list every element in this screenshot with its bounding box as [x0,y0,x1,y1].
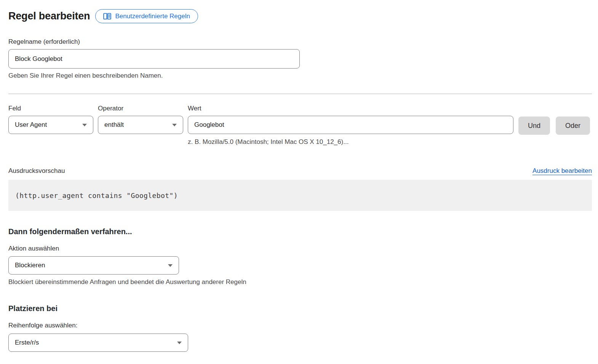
chevron-down-icon [172,124,177,126]
edit-rule-page: Regel bearbeiten Benutzerdefinierte Rege… [0,0,598,352]
and-button[interactable]: Und [518,117,550,135]
expression-preview-label: Ausdrucksvorschau [8,167,65,175]
custom-rules-badge-button[interactable]: Benutzerdefinierte Regeln [95,9,198,23]
placement-select-value: Erste/r/s [15,339,39,346]
action-select-value: Blockieren [15,262,45,269]
field-label: Feld [8,105,93,112]
or-button[interactable]: Oder [556,117,590,135]
action-select[interactable]: Blockieren [8,256,179,275]
section-divider [8,94,592,94]
rule-name-input[interactable] [8,49,300,69]
logic-buttons: Und Oder [518,117,590,135]
value-helper: z. B. Mozilla/5.0 (Macintosh; Intel Mac … [188,138,513,146]
placement-section-heading: Platzieren bei [8,304,592,313]
operator-select[interactable]: enthält [98,116,183,134]
field-column: Feld User Agent [8,105,93,134]
field-select[interactable]: User Agent [8,116,93,134]
action-section-heading: Dann folgendermaßen verfahren... [8,227,592,236]
expression-preview-box: (http.user_agent contains "Googlebot") [8,180,592,211]
chevron-down-icon [177,342,182,344]
chevron-down-icon [168,264,173,267]
page-title: Regel bearbeiten [8,10,90,22]
expression-code: (http.user_agent contains "Googlebot") [15,192,178,200]
action-helper: Blockiert übereinstimmende Anfragen und … [8,278,592,286]
open-book-icon [103,13,111,20]
value-column: Wert z. B. Mozilla/5.0 (Macintosh; Intel… [188,105,513,146]
page-header: Regel bearbeiten Benutzerdefinierte Rege… [8,9,592,23]
field-select-value: User Agent [15,121,47,129]
value-label: Wert [188,105,513,112]
operator-label: Operator [98,105,183,112]
action-select-label: Aktion auswählen [8,245,592,252]
edit-expression-link[interactable]: Ausdruck bearbeiten [532,167,592,175]
condition-row: Feld User Agent Operator enthält Wert z.… [8,105,592,146]
custom-rules-badge-label: Benutzerdefinierte Regeln [115,13,190,20]
rule-name-helper: Geben Sie Ihrer Regel einen beschreibend… [8,72,592,80]
value-input[interactable] [188,116,513,134]
placement-select-label: Reihenfolge auswählen: [8,322,592,329]
chevron-down-icon [82,124,87,126]
placement-select[interactable]: Erste/r/s [8,334,188,352]
expression-header: Ausdrucksvorschau Ausdruck bearbeiten [8,167,592,175]
rule-name-label: Regelname (erforderlich) [8,38,592,46]
operator-column: Operator enthält [98,105,183,134]
operator-select-value: enthält [104,121,124,129]
